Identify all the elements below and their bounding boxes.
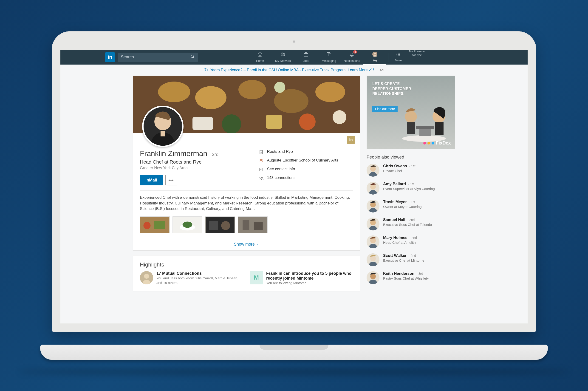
pav-item[interactable]: Keith Henderson · 3rd Pastry Sous Chef a…: [367, 271, 455, 284]
svg-rect-64: [435, 122, 443, 135]
nav-more[interactable]: More: [390, 50, 406, 65]
pav-item[interactable]: Travis Meyer · 1st Owner at Meyer Cateri…: [367, 200, 455, 212]
svg-point-13: [398, 54, 399, 55]
nav-label: Notifications: [344, 59, 360, 63]
nav-home[interactable]: Home: [249, 50, 271, 65]
search-input[interactable]: [121, 55, 190, 60]
avatar: [367, 253, 379, 266]
ad-headline: LET'S CREATEDEEPER CUSTOMERRELATIONSHIPS…: [372, 81, 411, 96]
svg-rect-60: [416, 126, 434, 129]
current-company[interactable]: Roots and Rye: [258, 149, 353, 155]
grid-icon: [396, 52, 401, 58]
linkedin-logo[interactable]: in: [105, 52, 115, 62]
nav-separator: [388, 53, 388, 62]
svg-point-61: [405, 111, 417, 123]
svg-rect-34: [260, 150, 262, 154]
avatar: [367, 217, 379, 230]
laptop-mockup: in Home My Network Jobs Messaging 2Notif…: [40, 31, 548, 360]
media-thumbnail[interactable]: [172, 216, 202, 233]
education[interactable]: Auguste Escoffier School of Culinary Art…: [258, 158, 353, 164]
ad-cta-button[interactable]: Find out more: [372, 106, 398, 112]
nav-jobs[interactable]: Jobs: [294, 50, 317, 65]
people-icon: [258, 176, 264, 181]
pav-name: Samuel Hall · 2nd: [383, 217, 432, 222]
svg-line-1: [193, 57, 194, 58]
more-actions-button[interactable]: •••: [165, 175, 177, 185]
highlight-subtitle: You are following Mintome: [266, 281, 353, 285]
avatar: [367, 271, 379, 284]
connection-degree: · 3rd: [416, 272, 423, 276]
highlight-intro[interactable]: M Franklin can introduce you to 5 people…: [250, 271, 353, 285]
pav-name: Scott Walker · 2nd: [383, 253, 424, 258]
chevron-down-icon: ﹀: [256, 243, 259, 246]
pav-item[interactable]: Mary Holmes · 2nd Head Chef at Antelith: [367, 235, 455, 248]
svg-point-14: [399, 54, 400, 55]
pav-subtitle: Owner at Meyer Catering: [383, 205, 422, 209]
featured-media-row: [140, 216, 353, 233]
svg-point-49: [183, 221, 192, 228]
profile-name: Franklin Zimmerman · 3rd: [140, 149, 258, 158]
try-premium-link[interactable]: Try Premiumfor free: [409, 50, 426, 65]
promo-link[interactable]: 7+ Years Experience? – Enroll in the CSU…: [204, 68, 374, 72]
sidebar-ad[interactable]: LET'S CREATEDEEPER CUSTOMERRELATIONSHIPS…: [367, 76, 455, 149]
pav-subtitle: Executive Sous Chef at Telendo: [383, 223, 432, 226]
svg-point-12: [397, 54, 397, 55]
connection-degree: · 2nd: [409, 236, 417, 240]
svg-rect-51: [209, 221, 218, 230]
show-more-button[interactable]: Show more﹀: [133, 238, 360, 250]
avatar: [367, 164, 379, 177]
svg-point-30: [333, 110, 346, 124]
pav-item[interactable]: Amy Ballard · 1st Event Supervisor at Vi…: [367, 182, 455, 195]
avatar: [367, 200, 379, 212]
contact-info[interactable]: See contact info: [258, 167, 353, 172]
svg-point-17: [399, 55, 400, 56]
media-thumbnail[interactable]: [140, 216, 170, 233]
chat-icon: [326, 52, 332, 59]
pav-name: Travis Meyer · 1st: [383, 200, 422, 204]
top-nav-bar: in Home My Network Jobs Messaging 2Notif…: [60, 50, 528, 65]
nav-messaging[interactable]: Messaging: [317, 50, 340, 65]
inmail-button[interactable]: InMail: [140, 175, 163, 185]
svg-point-3: [283, 53, 285, 54]
media-thumbnail[interactable]: [205, 216, 235, 233]
svg-point-0: [191, 55, 193, 57]
nav-label: Home: [256, 59, 264, 63]
linkedin-badge-icon: in: [347, 136, 355, 144]
nav-label: My Network: [275, 59, 291, 63]
svg-point-29: [274, 82, 285, 93]
svg-point-19: [158, 82, 190, 102]
svg-rect-59: [420, 128, 431, 136]
svg-rect-55: [254, 222, 263, 230]
building-icon: [258, 149, 264, 155]
svg-point-2: [281, 53, 283, 54]
highlight-mutual-connections[interactable]: 17 Mutual Connections You and Jess both …: [140, 271, 243, 285]
svg-point-8: [374, 53, 376, 54]
camera-dot: [293, 40, 295, 43]
pav-name: Amy Ballard · 1st: [383, 182, 435, 186]
connection-degree: · 2nd: [407, 218, 415, 222]
highlights-card: Highlights 17 Mutual Connections You and…: [133, 255, 360, 291]
pav-item[interactable]: Chris Owens · 1st Private Chef: [367, 164, 455, 177]
nav-notifications[interactable]: 2Notifications: [340, 50, 363, 65]
profile-summary: Experienced Chef with a demonstrated his…: [140, 195, 353, 212]
svg-point-16: [398, 55, 399, 56]
nav-label: Messaging: [322, 59, 336, 63]
nav-network[interactable]: My Network: [271, 50, 294, 65]
pav-name: Chris Owens · 1st: [383, 164, 415, 168]
pav-item[interactable]: Scott Walker · 2nd Executive Chef at Min…: [367, 253, 455, 266]
nav-me[interactable]: Me: [363, 50, 386, 65]
connections-count[interactable]: 143 connections: [258, 176, 353, 181]
people-also-viewed: People also viewed Chris Owens · 1st Pri…: [367, 155, 455, 284]
home-icon: [257, 52, 263, 59]
pav-subtitle: Head Chef at Antelith: [383, 241, 417, 244]
svg-point-20: [195, 86, 227, 109]
network-icon: [280, 52, 286, 59]
search-box[interactable]: [118, 53, 198, 62]
connection-degree: · 1st: [408, 164, 415, 168]
connection-degree: · 3rd: [209, 152, 218, 157]
media-thumbnail[interactable]: [238, 216, 268, 233]
contact-card-icon: [258, 167, 264, 172]
pav-name: Mary Holmes · 2nd: [383, 235, 417, 240]
pav-item[interactable]: Samuel Hall · 2nd Executive Sous Chef at…: [367, 217, 455, 230]
profile-location: Greater New York City Area: [140, 166, 258, 170]
